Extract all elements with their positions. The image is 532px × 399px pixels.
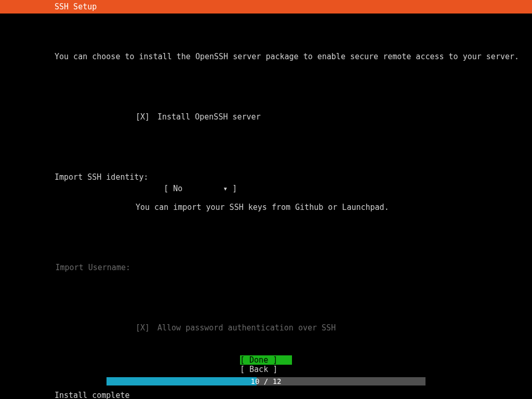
intro-text: You can choose to install the OpenSSH se… [55,51,477,62]
chevron-down-icon: ▾ [223,184,228,193]
allow-password-row: [X] Allow password authentication over S… [55,322,477,334]
allow-password-label: Allow password authentication over SSH [157,322,477,334]
install-openssh-checkbox[interactable]: [X] [136,111,157,123]
import-identity-dropdown[interactable]: [ No▾ ] [164,183,237,194]
progress-bar: 10 / 12 [107,377,425,385]
import-identity-hint: You can import your SSH keys from Github… [136,202,477,213]
done-button[interactable]: [ Done ] [240,355,292,365]
import-username-label: Import Username: [55,262,136,273]
import-identity-label: Import SSH identity: [55,171,136,183]
status-text: Install complete [55,391,130,399]
import-username-input [136,262,477,273]
allow-password-checkbox: [X] [136,322,157,334]
content-area: You can choose to install the OpenSSH se… [0,14,532,343]
header-bar: SSH Setup [0,0,532,14]
progress-text: 10 / 12 [107,377,425,385]
install-openssh-label: Install OpenSSH server [157,111,477,123]
install-openssh-row: [X] Install OpenSSH server [55,111,477,123]
import-username-row: Import Username: [55,262,477,273]
page-title: SSH Setup [55,2,97,11]
back-button[interactable]: [ Back ] [240,365,292,374]
import-identity-row: Import SSH identity: [ No▾ ] [55,171,477,183]
